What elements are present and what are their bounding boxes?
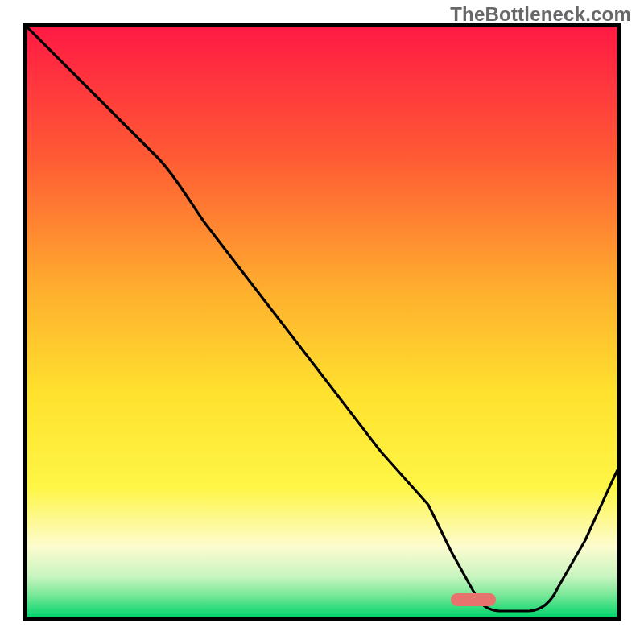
watermark-text: TheBottleneck.com: [450, 3, 631, 26]
chart-stage: TheBottleneck.com: [0, 0, 644, 644]
optimum-marker: [451, 593, 496, 606]
chart-svg: [0, 0, 644, 644]
